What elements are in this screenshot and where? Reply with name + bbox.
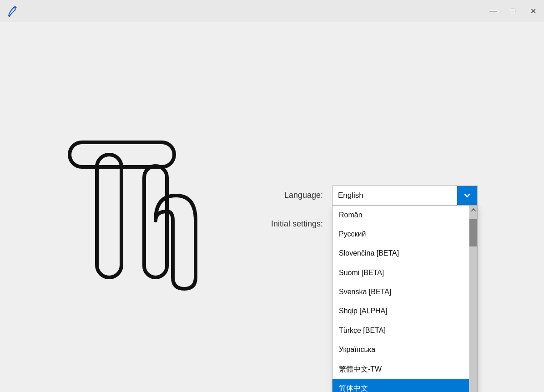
main-content: Language: English Româ [0, 22, 544, 392]
dropdown-item[interactable]: 繁體中文-TW [332, 360, 469, 379]
language-label: Language: [250, 191, 323, 200]
dropdown-item[interactable]: Suomi [BETA] [332, 263, 469, 282]
dropdown-scrollbar[interactable] [469, 206, 477, 392]
logo-area [27, 116, 232, 298]
close-button[interactable]: ✕ [528, 5, 539, 16]
dropdown-item[interactable]: Român [332, 206, 469, 225]
dropdown-item[interactable]: Svenska [BETA] [332, 282, 469, 302]
dropdown-item[interactable]: Türkçe [BETA] [332, 321, 469, 340]
dropdown-item[interactable]: Slovenčina [BETA] [332, 244, 469, 263]
minimize-button[interactable]: — [488, 5, 499, 16]
th-logo [57, 116, 202, 298]
dropdown-selected-text: English [332, 191, 457, 200]
initial-settings-label: Initial settings: [250, 219, 323, 229]
scroll-thumb[interactable] [469, 219, 477, 246]
title-bar: — □ ✕ [0, 0, 544, 22]
language-dropdown-wrapper: English RomânРусскийSlovenčina [BETA]Suo… [332, 186, 478, 206]
chevron-up-icon [471, 208, 476, 211]
maximize-button[interactable]: □ [508, 5, 519, 16]
dropdown-item[interactable]: Русский [332, 225, 469, 244]
scroll-track [469, 215, 477, 392]
dropdown-item[interactable]: Shqip [ALPHA] [332, 302, 469, 321]
app-icon [5, 5, 18, 17]
language-row: Language: English Româ [250, 186, 517, 206]
settings-panel: Language: English Româ [232, 186, 517, 229]
language-dropdown[interactable]: English [332, 186, 478, 206]
dropdown-arrow-button[interactable] [457, 186, 477, 205]
dropdown-item[interactable]: 简体中文 [332, 379, 469, 392]
svg-rect-1 [97, 155, 121, 277]
title-bar-left [5, 5, 18, 17]
dropdown-items-container: RomânРусскийSlovenčina [BETA]Suomi [BETA… [332, 206, 469, 392]
title-bar-controls: — □ ✕ [488, 5, 539, 16]
scroll-up-button[interactable] [469, 206, 478, 215]
language-dropdown-list[interactable]: RomânРусскийSlovenčina [BETA]Suomi [BETA… [332, 206, 478, 392]
dropdown-item[interactable]: Українська [332, 340, 469, 359]
chevron-down-icon [464, 193, 470, 198]
